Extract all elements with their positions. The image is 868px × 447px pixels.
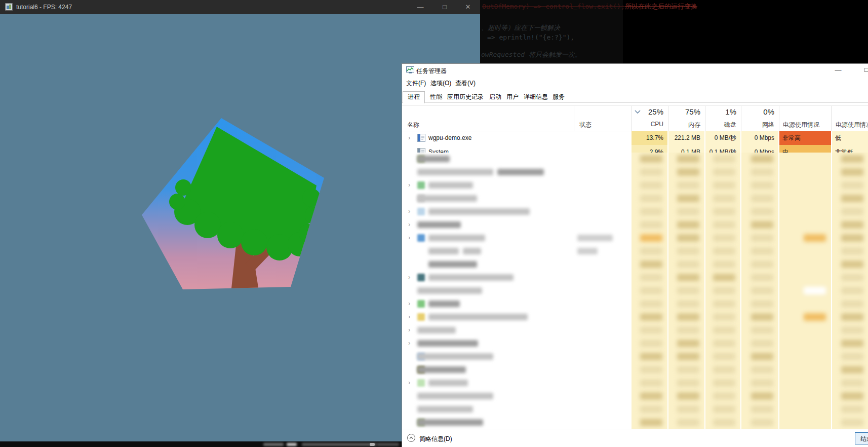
blurred-name-blob (428, 274, 514, 281)
blurred-trend-value (841, 221, 863, 229)
maximize-button[interactable]: □ (858, 64, 868, 77)
blurred-net-value (751, 234, 773, 242)
expand-chevron-icon[interactable]: › (408, 234, 410, 241)
blurred-process-row[interactable] (402, 350, 868, 363)
blurred-mem-value (677, 313, 699, 321)
blurred-disk-value (713, 366, 735, 374)
column-header-disk[interactable]: 磁盘 (705, 121, 740, 130)
expand-chevron-icon[interactable]: › (408, 207, 410, 215)
blurred-process-row[interactable]: › (402, 377, 868, 390)
expand-chevron-icon[interactable]: › (408, 181, 410, 189)
blurred-cpu-value (640, 405, 662, 413)
blurred-cpu-value (640, 313, 662, 321)
expand-chevron-icon[interactable]: › (408, 300, 410, 307)
blurred-disk-value (713, 405, 735, 413)
blurred-net-value (751, 155, 773, 163)
blurred-net-value (751, 300, 773, 308)
collapse-circle-icon[interactable] (407, 434, 415, 442)
expand-chevron-icon[interactable]: › (408, 220, 410, 228)
minimize-button[interactable]: — (411, 0, 429, 14)
code-line-comment-timeout: 、超时等）应在下一帧解决 (481, 23, 560, 32)
expand-chevron-icon[interactable]: › (408, 131, 410, 145)
blurred-cpu-value (640, 353, 662, 360)
blurred-trend-value (841, 419, 863, 426)
expand-chevron-icon[interactable]: › (408, 326, 410, 333)
blurred-app-icon (417, 274, 425, 281)
background-window-bottom-strip (0, 441, 402, 447)
end-task-button[interactable]: 结束任务 (855, 432, 868, 444)
column-header-power-trend[interactable]: 电源使用情况趋势 (832, 121, 868, 130)
column-header-status[interactable]: 状态 (576, 121, 626, 130)
blurred-net-value (751, 195, 773, 202)
blurred-process-row[interactable]: › (402, 218, 868, 232)
blurred-name-blob (417, 366, 466, 373)
blurred-process-row[interactable] (402, 153, 868, 166)
header-disk-percent[interactable]: 1% (705, 107, 740, 119)
tab-services[interactable]: 服务 (548, 91, 569, 102)
blurred-name-blob (417, 169, 493, 175)
expand-chevron-icon[interactable]: › (408, 313, 410, 320)
tab-processes[interactable]: 进程 (403, 91, 425, 103)
task-manager-titlebar[interactable]: 任务管理器 — □ (402, 64, 868, 77)
blurred-process-row[interactable] (402, 390, 868, 403)
code-line-comment-redraw: owRequested 将只会触发一次。 (481, 50, 581, 59)
blurred-cpu-value (640, 274, 662, 281)
blurred-cpu-value (640, 379, 662, 387)
blurred-disk-value (713, 181, 735, 189)
column-header-name[interactable]: 名称 (404, 121, 464, 130)
close-button[interactable]: ✕ (459, 0, 477, 14)
blurred-name-blob (417, 340, 478, 347)
expand-chevron-icon[interactable]: › (408, 339, 410, 347)
blurred-name-blob (417, 393, 493, 399)
blurred-trend-value (841, 379, 863, 387)
minimize-button[interactable]: — (830, 64, 847, 77)
footer-bar: 简略信息(D) 结束任务 (402, 429, 868, 447)
menu-file[interactable]: 文件(F) (406, 79, 426, 88)
process-row-wgpu-demo[interactable]: › wgpu-demo.exe 13.7% 221.2 MB 0 MB/秒 0 … (402, 131, 868, 145)
header-mem-percent[interactable]: 75% (668, 107, 704, 119)
blurred-disk-value (713, 234, 735, 242)
expand-chevron-icon[interactable]: › (408, 273, 410, 281)
blurred-name-blob (497, 169, 544, 175)
blurred-process-row[interactable] (402, 258, 868, 271)
column-header-power[interactable]: 电源使用情况 (779, 121, 831, 130)
blurred-process-row[interactable] (402, 284, 868, 297)
blurred-process-row[interactable] (402, 166, 868, 179)
blurred-trend-value (841, 392, 863, 400)
maximize-button[interactable]: □ (436, 0, 454, 14)
column-header-mem[interactable]: 内存 (668, 121, 704, 130)
blurred-process-row[interactable] (402, 403, 868, 416)
blurred-process-row[interactable]: › (402, 337, 868, 350)
column-header-cpu[interactable]: CPU (632, 121, 667, 130)
blurred-process-row[interactable]: › (402, 205, 868, 218)
expand-chevron-icon[interactable]: › (408, 379, 410, 386)
menu-options[interactable]: 选项(O) (430, 79, 451, 88)
tutorial6-titlebar[interactable]: tutorial6 - FPS: 4247 — □ ✕ (0, 0, 480, 14)
blurred-process-row[interactable]: › (402, 232, 868, 245)
tab-app-history[interactable]: 应用历史记录 (443, 91, 488, 102)
power-cell: 非常高 (779, 131, 831, 145)
blurred-app-icon (417, 208, 425, 215)
column-header-net[interactable]: 网络 (741, 121, 778, 130)
blurred-process-row[interactable]: › (402, 297, 868, 311)
fewer-details-toggle[interactable]: 简略信息(D) (419, 435, 452, 443)
header-net-percent[interactable]: 0% (741, 107, 778, 119)
blurred-disk-value (713, 274, 735, 281)
blurred-trend-value (841, 155, 863, 163)
blurred-net-value (751, 208, 773, 215)
blurred-process-row[interactable]: › (402, 179, 868, 192)
blurred-net-value (751, 260, 773, 268)
blurred-process-row[interactable] (402, 416, 868, 429)
blurred-process-row[interactable] (402, 192, 868, 205)
header-cpu-percent[interactable]: 25% (632, 107, 667, 119)
blurred-process-row[interactable] (402, 363, 868, 377)
blurred-mem-value (677, 353, 699, 360)
blurred-mem-value (677, 366, 699, 374)
blurred-mem-value (677, 234, 699, 242)
blurred-name-blob (428, 248, 459, 254)
menu-view[interactable]: 查看(V) (455, 79, 476, 88)
blurred-process-row[interactable]: › (402, 271, 868, 284)
blurred-process-row[interactable] (402, 245, 868, 258)
blurred-process-row[interactable]: › (402, 324, 868, 337)
blurred-process-row[interactable]: › (402, 311, 868, 324)
